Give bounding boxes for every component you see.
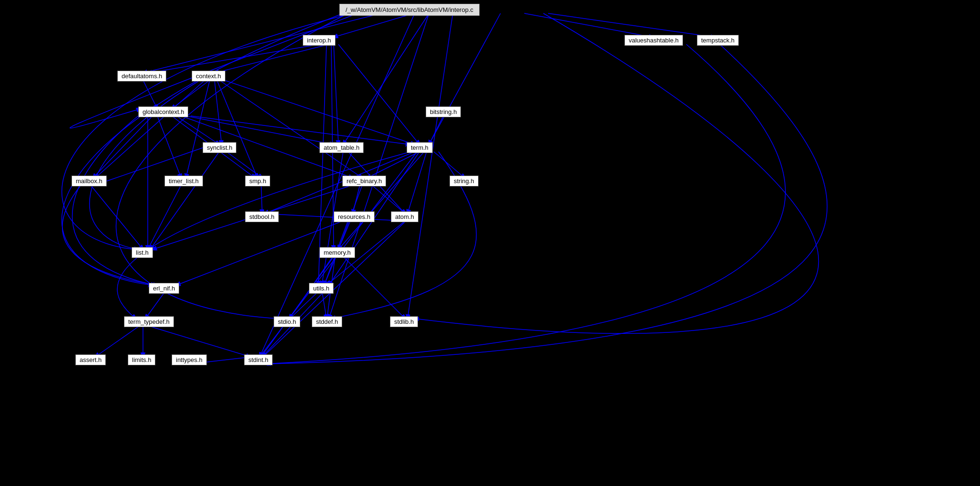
- svg-line-29: [408, 152, 427, 214]
- node-stdbool-h[interactable]: stdbool.h: [245, 211, 279, 222]
- svg-line-10: [334, 44, 338, 145]
- node-bitstring-h[interactable]: bitstring.h: [426, 106, 461, 117]
- node-term-h[interactable]: term.h: [407, 142, 433, 153]
- node-atom-table-h[interactable]: atom_table.h: [319, 142, 364, 153]
- svg-line-4: [429, 13, 500, 145]
- node-interop-h[interactable]: interop.h: [303, 35, 336, 46]
- node-main[interactable]: /_w/AtomVM/AtomVM/src/libAtomVM/interop.…: [339, 4, 480, 16]
- node-refc-binary-h[interactable]: refc_binary.h: [342, 176, 386, 186]
- svg-line-41: [338, 221, 350, 249]
- node-globalcontext-h[interactable]: globalcontext.h: [138, 106, 188, 117]
- svg-line-63: [217, 80, 257, 178]
- svg-line-1: [334, 13, 414, 37]
- node-list-h[interactable]: list.h: [132, 247, 153, 258]
- svg-line-48: [145, 292, 164, 319]
- svg-line-37: [261, 185, 262, 214]
- svg-line-30: [265, 152, 415, 214]
- node-inttypes-h[interactable]: inttypes.h: [172, 354, 207, 365]
- svg-line-27: [434, 152, 465, 178]
- svg-line-43: [176, 221, 343, 285]
- node-synclist-h[interactable]: synclist.h: [203, 142, 236, 153]
- node-memory-h[interactable]: memory.h: [319, 247, 355, 258]
- svg-line-45: [263, 221, 406, 357]
- svg-line-56: [95, 326, 140, 357]
- svg-line-9: [338, 44, 419, 145]
- svg-line-26: [367, 152, 419, 178]
- svg-line-18: [176, 116, 219, 145]
- node-term-typedef-h[interactable]: term_typedef.h: [124, 316, 174, 327]
- node-context-h[interactable]: context.h: [192, 71, 225, 82]
- node-utils-h[interactable]: utils.h: [309, 283, 334, 294]
- svg-line-7: [148, 44, 319, 73]
- node-stdlib-h[interactable]: stdlib.h: [390, 316, 418, 327]
- svg-line-24: [429, 116, 443, 145]
- svg-line-5: [143, 13, 381, 73]
- node-resources-h[interactable]: resources.h: [334, 211, 375, 222]
- node-string-h[interactable]: string.h: [449, 176, 479, 186]
- svg-line-3: [548, 13, 715, 37]
- svg-line-19: [186, 116, 334, 145]
- node-defaultatoms-h[interactable]: defaultatoms.h: [117, 71, 166, 82]
- svg-line-32: [150, 152, 219, 249]
- node-stddef-h[interactable]: stddef.h: [312, 316, 342, 327]
- node-tempstack-h[interactable]: tempstack.h: [697, 35, 739, 46]
- svg-line-21: [157, 116, 181, 178]
- node-erl-nif-h[interactable]: erl_nif.h: [149, 283, 179, 294]
- svg-line-33: [226, 152, 262, 178]
- node-valueshashtable-h[interactable]: valueshashtable.h: [624, 35, 683, 46]
- node-stdio-h[interactable]: stdio.h: [274, 316, 300, 327]
- node-timer-list-h[interactable]: timer_list.h: [164, 176, 203, 186]
- node-limits-h[interactable]: limits.h: [128, 354, 155, 365]
- svg-line-55: [322, 292, 327, 319]
- svg-line-38: [353, 185, 360, 214]
- svg-line-16: [224, 80, 415, 145]
- node-smp-h[interactable]: smp.h: [245, 176, 270, 186]
- node-mailbox-h[interactable]: mailbox.h: [71, 176, 107, 186]
- node-atom-h[interactable]: atom.h: [391, 211, 419, 222]
- node-assert-h[interactable]: assert.h: [75, 354, 106, 365]
- svg-line-54: [290, 292, 317, 319]
- svg-line-50: [148, 326, 250, 357]
- node-stdint-h[interactable]: stdint.h: [244, 354, 273, 365]
- svg-line-22: [191, 116, 410, 145]
